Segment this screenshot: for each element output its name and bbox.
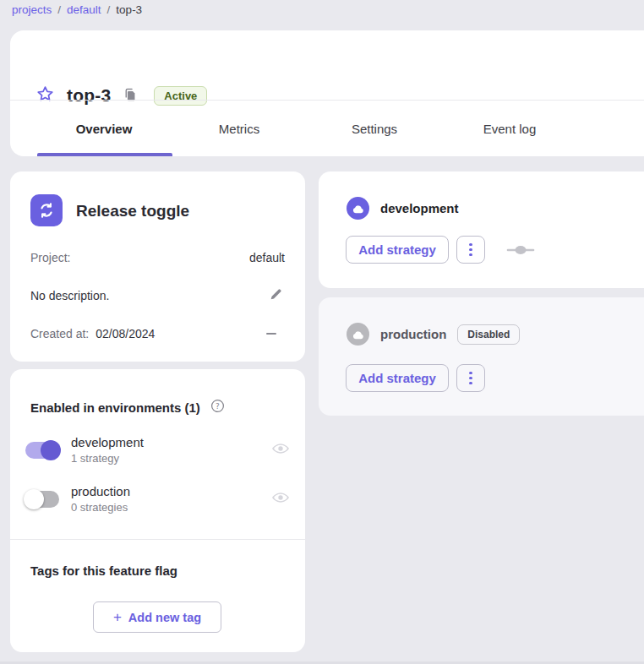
environment-panel-production: production Disabled Add strategy — [319, 297, 644, 416]
description-row: No description. — [30, 286, 285, 306]
preview-production-button[interactable] — [270, 488, 292, 509]
toggle-production[interactable] — [25, 491, 59, 508]
kebab-icon — [469, 372, 472, 375]
eye-icon — [271, 490, 290, 508]
environment-name: development — [71, 435, 144, 449]
cloud-icon — [347, 323, 369, 346]
breadcrumb-separator: / — [57, 3, 61, 16]
breadcrumb: projects / default / top-3 — [12, 3, 142, 16]
svg-text:?: ? — [216, 402, 220, 411]
strategy-separator-icon — [506, 245, 535, 255]
project-row: Project: default — [30, 251, 285, 264]
release-toggle-icon — [30, 194, 63, 226]
minus-icon — [266, 333, 276, 335]
environments-card: Enabled in environments (1) ? developmen… — [10, 369, 305, 652]
eye-icon — [271, 441, 290, 459]
tags-title: Tags for this feature flag — [30, 563, 177, 578]
flag-header-card: top-3 Active Overview Metrics Settings E… — [10, 30, 644, 156]
toggle-development[interactable] — [25, 442, 59, 459]
environment-panel-name: development — [380, 201, 459, 215]
environment-menu-button-production[interactable] — [456, 364, 485, 392]
breadcrumb-link-projects[interactable]: projects — [12, 3, 52, 16]
environments-title: Enabled in environments (1) — [30, 400, 200, 415]
environment-panel-name: production — [380, 327, 446, 341]
add-strategy-button-development[interactable]: Add strategy — [346, 236, 449, 264]
breadcrumb-current: top-3 — [116, 3, 142, 16]
environment-row-production: production 0 strategies — [25, 484, 292, 514]
tab-event-log[interactable]: Event log — [442, 101, 577, 156]
tab-bar: Overview Metrics Settings Event log — [36, 101, 577, 156]
project-label: Project: — [30, 251, 70, 264]
tab-overview[interactable]: Overview — [36, 101, 172, 156]
tab-metrics[interactable]: Metrics — [172, 101, 307, 156]
breadcrumb-separator: / — [107, 3, 111, 16]
add-strategy-button-production[interactable]: Add strategy — [346, 364, 449, 392]
toggle-thumb — [24, 489, 44, 509]
card-divider — [10, 539, 305, 540]
flag-type-label: Release toggle — [76, 202, 189, 220]
active-tab-indicator — [37, 153, 172, 156]
environment-row-development: development 1 strategy — [25, 435, 292, 465]
disabled-badge: Disabled — [457, 324, 520, 345]
tab-settings[interactable]: Settings — [307, 101, 442, 156]
created-value: 02/08/2024 — [96, 327, 155, 340]
edit-description-button[interactable] — [267, 286, 285, 306]
cloud-icon — [347, 197, 369, 220]
add-new-tag-label: Add new tag — [128, 611, 201, 624]
breadcrumb-link-default[interactable]: default — [67, 3, 101, 16]
environment-strategy-count: 0 strategies — [71, 501, 130, 514]
collapse-button[interactable] — [265, 331, 278, 336]
add-new-tag-button[interactable]: + Add new tag — [93, 601, 221, 633]
environments-help-button[interactable]: ? — [209, 397, 226, 417]
created-row: Created at: 02/08/2024 — [30, 327, 285, 340]
toggle-thumb — [41, 440, 61, 460]
environment-strategy-count: 1 strategy — [71, 452, 144, 465]
kebab-icon — [469, 243, 472, 247]
environment-panel-development: development Add strategy — [319, 171, 644, 288]
environment-name: production — [71, 484, 130, 498]
pencil-icon — [269, 287, 283, 304]
flag-type-card: Release toggle Project: default No descr… — [10, 171, 305, 362]
description-text: No description. — [30, 289, 109, 302]
preview-development-button[interactable] — [270, 439, 292, 460]
environment-menu-button-development[interactable] — [456, 236, 485, 264]
created-label: Created at: — [30, 327, 89, 340]
help-icon: ? — [210, 399, 225, 416]
plus-icon: + — [113, 610, 122, 624]
project-value: default — [249, 251, 285, 264]
